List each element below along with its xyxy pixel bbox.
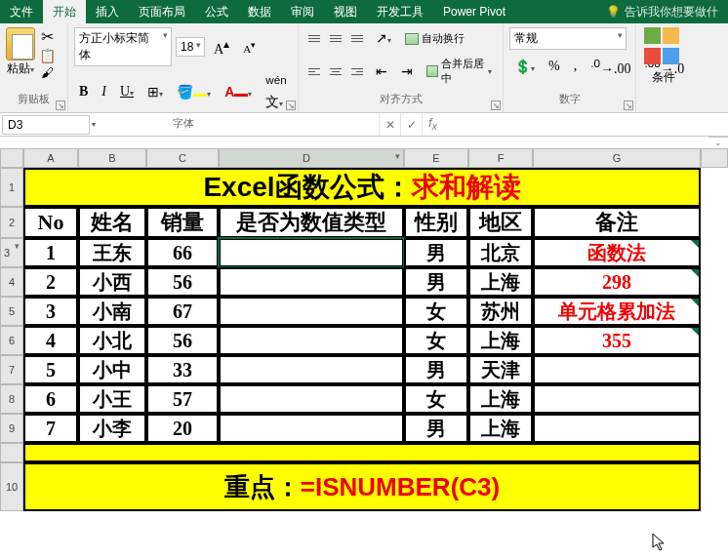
expand-formula-bar[interactable]: ⌄ bbox=[708, 137, 728, 148]
formula-input[interactable] bbox=[443, 116, 728, 134]
cell-C3[interactable]: 66 bbox=[146, 238, 219, 267]
alignment-launcher[interactable]: ↘ bbox=[491, 100, 501, 110]
col-header-E[interactable]: E bbox=[404, 148, 468, 168]
cell-G5[interactable]: 单元格累加法 bbox=[533, 297, 701, 326]
cell-B7[interactable]: 小中 bbox=[78, 355, 146, 384]
row-header-2[interactable]: 2 bbox=[0, 207, 23, 238]
cell-C5[interactable]: 67 bbox=[146, 297, 219, 326]
col-header-A[interactable]: A bbox=[23, 148, 78, 168]
align-right-button[interactable] bbox=[347, 62, 367, 80]
cell-B6[interactable]: 小北 bbox=[78, 326, 146, 355]
clipboard-launcher[interactable]: ↘ bbox=[56, 100, 65, 110]
increase-indent-button[interactable]: ⇥ bbox=[396, 60, 418, 83]
align-bottom-button[interactable] bbox=[347, 30, 367, 48]
cell-G6[interactable]: 355 bbox=[533, 326, 701, 355]
tab-file[interactable]: 文件 bbox=[0, 0, 43, 24]
row-header-1[interactable]: 1 bbox=[0, 168, 23, 207]
tab-insert[interactable]: 插入 bbox=[86, 0, 129, 24]
cell-B8[interactable]: 小王 bbox=[78, 384, 146, 414]
font-color-button[interactable]: A▾ bbox=[220, 81, 257, 103]
cell-D4[interactable] bbox=[219, 267, 404, 297]
font-launcher[interactable]: ↘ bbox=[286, 100, 296, 110]
cell-A3[interactable]: 1 bbox=[23, 238, 78, 267]
col-header-B[interactable]: B bbox=[78, 148, 146, 168]
cell-G7[interactable] bbox=[533, 355, 701, 384]
number-format-select[interactable]: 常规 bbox=[509, 27, 627, 50]
bold-button[interactable]: B bbox=[74, 81, 93, 102]
col-header-D[interactable]: D bbox=[219, 148, 404, 168]
cell-A9[interactable]: 7 bbox=[23, 414, 78, 443]
row-header-7[interactable]: 7 bbox=[0, 355, 23, 384]
row-header-6[interactable]: 6 bbox=[0, 326, 23, 355]
decrease-indent-button[interactable]: ⇤ bbox=[371, 60, 392, 83]
cell-F3[interactable]: 北京 bbox=[468, 238, 533, 267]
conditional-format-button[interactable]: 条件 bbox=[642, 27, 685, 86]
tab-data[interactable]: 数据 bbox=[238, 0, 281, 24]
col-header-C[interactable]: C bbox=[146, 148, 219, 168]
align-top-button[interactable] bbox=[304, 30, 324, 48]
cell-B3[interactable]: 王东 bbox=[78, 238, 146, 267]
tab-dev[interactable]: 开发工具 bbox=[367, 0, 433, 24]
row-header-4[interactable]: 4 bbox=[0, 267, 23, 297]
font-size-select[interactable]: 18 bbox=[176, 37, 205, 57]
tab-formulas[interactable]: 公式 bbox=[195, 0, 238, 24]
cell-E5[interactable]: 女 bbox=[404, 297, 468, 326]
row-header-5[interactable]: 5 bbox=[0, 297, 23, 326]
tab-review[interactable]: 审阅 bbox=[281, 0, 324, 24]
tab-view[interactable]: 视图 bbox=[324, 0, 367, 24]
cell-G9[interactable] bbox=[533, 414, 701, 443]
col-header-G[interactable]: G bbox=[533, 148, 701, 168]
cell-D3[interactable] bbox=[219, 238, 404, 267]
cell-F6[interactable]: 上海 bbox=[468, 326, 533, 355]
cell-C9[interactable]: 20 bbox=[146, 414, 219, 443]
comment-indicator[interactable] bbox=[691, 328, 699, 336]
row-header-8[interactable]: 8 bbox=[0, 384, 23, 414]
number-launcher[interactable]: ↘ bbox=[624, 100, 633, 110]
enter-formula-button[interactable]: ✓ bbox=[400, 113, 422, 136]
cell-B9[interactable]: 小李 bbox=[78, 414, 146, 443]
cell-F5[interactable]: 苏州 bbox=[468, 297, 533, 326]
cell-B4[interactable]: 小西 bbox=[78, 267, 146, 297]
cell-D8[interactable] bbox=[219, 384, 404, 414]
decrease-font-button[interactable]: A▾ bbox=[238, 36, 261, 58]
font-name-select[interactable]: 方正小标宋简体 bbox=[74, 27, 172, 66]
cell-G8[interactable] bbox=[533, 384, 701, 414]
cell-A4[interactable]: 2 bbox=[23, 267, 78, 297]
cell-E7[interactable]: 男 bbox=[404, 355, 468, 384]
cell-A7[interactable]: 5 bbox=[23, 355, 78, 384]
italic-button[interactable]: I bbox=[97, 81, 111, 102]
cell-G3[interactable]: 函数法 bbox=[533, 238, 701, 267]
cell-B5[interactable]: 小南 bbox=[78, 297, 146, 326]
cell-F4[interactable]: 上海 bbox=[468, 267, 533, 297]
cell-D5[interactable] bbox=[219, 297, 404, 326]
cell-C7[interactable]: 33 bbox=[146, 355, 219, 384]
increase-decimal-button[interactable]: .0→.00 bbox=[586, 54, 635, 80]
tab-layout[interactable]: 页面布局 bbox=[129, 0, 195, 24]
align-left-button[interactable] bbox=[304, 62, 324, 80]
row-header-blank[interactable] bbox=[0, 443, 23, 462]
cell-D6[interactable] bbox=[219, 326, 404, 355]
comment-indicator[interactable] bbox=[691, 240, 699, 248]
border-button[interactable]: ⊞▾ bbox=[142, 81, 168, 103]
cell-C6[interactable]: 56 bbox=[146, 326, 219, 355]
cancel-formula-button[interactable]: ✕ bbox=[379, 113, 400, 136]
cell-E8[interactable]: 女 bbox=[404, 384, 468, 414]
orientation-button[interactable]: ↗▾ bbox=[371, 27, 396, 50]
accounting-format-button[interactable]: 💲▾ bbox=[509, 56, 540, 78]
row-header-9[interactable]: 9 bbox=[0, 414, 23, 443]
comma-button[interactable]: , bbox=[569, 56, 583, 77]
increase-font-button[interactable]: A▴ bbox=[209, 34, 234, 60]
copy-button[interactable]: 📋 bbox=[39, 48, 56, 63]
col-header-F[interactable]: F bbox=[468, 148, 533, 168]
cell-F7[interactable]: 天津 bbox=[468, 355, 533, 384]
row-header-10[interactable]: 10 bbox=[0, 462, 23, 511]
cell-C8[interactable]: 57 bbox=[146, 384, 219, 414]
tab-power-pivot[interactable]: Power Pivot bbox=[433, 1, 515, 22]
paste-button[interactable]: 粘贴▾ bbox=[6, 27, 35, 90]
cell-E6[interactable]: 女 bbox=[404, 326, 468, 355]
align-center-button[interactable] bbox=[326, 62, 345, 80]
cell-D9[interactable] bbox=[219, 414, 404, 443]
tell-me[interactable]: 💡告诉我你想要做什 bbox=[596, 0, 728, 24]
cell-E9[interactable]: 男 bbox=[404, 414, 468, 443]
format-painter-button[interactable]: 🖌 bbox=[41, 65, 54, 80]
